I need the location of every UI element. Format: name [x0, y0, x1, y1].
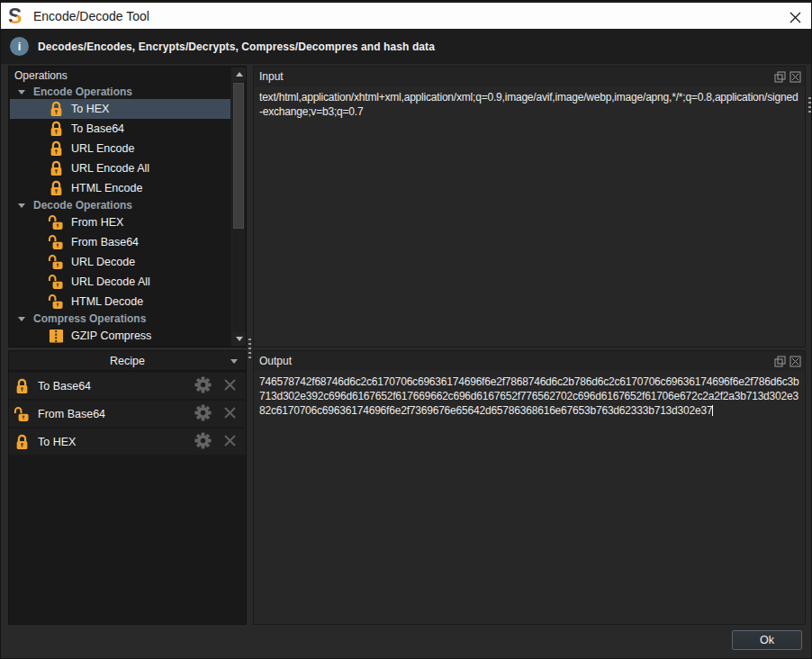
recipe-remove-button[interactable]	[221, 377, 239, 395]
scrollbar-thumb[interactable]	[233, 83, 244, 229]
remove-icon	[223, 406, 237, 423]
recipe-settings-button[interactable]	[194, 433, 212, 451]
tree-item-to-base64[interactable]: To Base64	[10, 119, 230, 139]
input-panel: Input text/html,application/xhtml+xml,ap…	[253, 66, 806, 348]
recipe-header[interactable]: Recipe	[9, 351, 246, 371]
close-icon	[789, 12, 801, 23]
recipe-remove-button[interactable]	[221, 433, 239, 451]
lock-open-icon	[48, 253, 64, 271]
recipe-panel: Recipe To Base64From Base64To HEX	[8, 350, 247, 625]
zip-icon	[48, 327, 64, 345]
tree-group-compress-operations[interactable]: Compress Operations	[10, 311, 230, 326]
tree-group-decode-operations[interactable]: Decode Operations	[10, 198, 230, 212]
window-close-button[interactable]	[786, 8, 804, 26]
operations-tree: Encode OperationsTo HEXTo Base64URL Enco…	[10, 85, 230, 346]
chevron-down-icon[interactable]	[230, 359, 238, 364]
recipe-item-label: To HEX	[38, 436, 76, 448]
tree-item-from-base64[interactable]: From Base64	[10, 232, 230, 252]
arrow-up-icon	[236, 72, 243, 77]
tree-item-label: To HEX	[71, 103, 109, 115]
recipe-settings-button[interactable]	[194, 377, 212, 395]
encode-decode-tool-window: S Encode/Decode Tool i Decodes/Encodes, …	[0, 0, 812, 659]
titlebar: S Encode/Decode Tool	[1, 1, 811, 29]
recipe-item-label: From Base64	[38, 408, 105, 420]
tree-item-html-encode[interactable]: HTML Encode	[10, 178, 230, 198]
splitter-handle[interactable]	[808, 97, 811, 113]
gear-icon	[194, 376, 212, 397]
recipe-list: To Base64From Base64To HEX	[9, 371, 246, 455]
arrow-down-icon	[236, 337, 243, 341]
clear-icon[interactable]	[789, 355, 801, 367]
description-banner: i Decodes/Encodes, Encrypts/Decrypts, Co…	[1, 29, 811, 64]
collapse-caret-icon[interactable]	[18, 90, 25, 95]
recipe-remove-button[interactable]	[221, 405, 239, 423]
lock-closed-icon	[48, 140, 64, 158]
tree-item-gzip-compress[interactable]: GZIP Compress	[10, 326, 230, 346]
tree-group-encode-operations[interactable]: Encode Operations	[10, 85, 230, 99]
output-textarea[interactable]: 746578742f68746d6c2c6170706c69636174696f…	[254, 371, 805, 624]
lock-open-icon	[48, 213, 64, 231]
recipe-item-from-base64[interactable]: From Base64	[9, 401, 246, 427]
tree-group-label: Encode Operations	[33, 86, 132, 98]
lock-closed-icon	[48, 120, 64, 138]
text-cursor	[712, 405, 713, 416]
collapse-caret-icon[interactable]	[18, 317, 25, 321]
operations-panel: Operations Encode OperationsTo HEXTo Bas…	[8, 66, 247, 348]
info-icon: i	[10, 37, 29, 56]
description-text: Decodes/Encodes, Encrypts/Decrypts, Comp…	[38, 41, 435, 53]
lock-open-icon	[48, 293, 64, 311]
tree-item-url-encode[interactable]: URL Encode	[10, 139, 230, 158]
tree-item-from-hex[interactable]: From HEX	[10, 212, 230, 232]
tree-item-url-decode[interactable]: URL Decode	[10, 252, 230, 272]
operations-scrollbar[interactable]	[231, 68, 245, 346]
lock-closed-icon	[48, 100, 64, 118]
input-header: Input	[254, 67, 805, 86]
input-title: Input	[259, 70, 284, 83]
lock-open-icon	[48, 233, 64, 251]
recipe-item-label: To Base64	[38, 380, 91, 393]
output-title: Output	[259, 355, 292, 367]
output-panel: Output 746578742f68746d6c2c6170706c69636…	[253, 350, 806, 625]
gear-icon	[194, 404, 212, 425]
tree-item-label: URL Encode All	[71, 162, 149, 175]
output-text: 746578742f68746d6c2c6170706c69636174696f…	[259, 375, 798, 417]
lock-closed-icon	[48, 179, 64, 197]
tree-item-label: From Base64	[71, 236, 139, 248]
tree-item-label: URL Decode	[71, 256, 135, 268]
recipe-settings-button[interactable]	[194, 405, 212, 423]
tree-item-to-hex[interactable]: To HEX	[10, 99, 230, 119]
clear-icon[interactable]	[789, 70, 801, 83]
splitter-handle[interactable]	[248, 339, 251, 360]
scroll-up-button[interactable]	[232, 68, 246, 81]
recipe-item-to-base64[interactable]: To Base64	[9, 373, 246, 399]
lock-closed-icon	[48, 159, 64, 177]
collapse-caret-icon[interactable]	[18, 203, 25, 208]
gear-icon	[194, 432, 212, 453]
tree-item-label: GZIP Compress	[71, 330, 151, 342]
tree-item-label: HTML Encode	[71, 182, 142, 194]
lock-closed-icon	[14, 377, 30, 395]
lock-closed-icon	[14, 433, 30, 451]
remove-icon	[223, 378, 237, 395]
tree-item-html-decode[interactable]: HTML Decode	[10, 292, 230, 311]
tree-item-label: URL Encode	[71, 142, 134, 155]
lock-open-icon	[48, 273, 64, 291]
tree-group-label: Compress Operations	[33, 312, 146, 325]
recipe-title: Recipe	[110, 355, 145, 367]
input-textarea[interactable]: text/html,application/xhtml+xml,applicat…	[254, 86, 805, 347]
tree-item-url-decode-all[interactable]: URL Decode All	[10, 272, 230, 292]
popout-icon[interactable]	[773, 355, 786, 367]
ok-button[interactable]: Ok	[732, 630, 802, 650]
tree-item-url-encode-all[interactable]: URL Encode All	[10, 158, 230, 178]
recipe-item-to-hex[interactable]: To HEX	[9, 429, 246, 455]
output-header: Output	[254, 351, 805, 371]
popout-icon[interactable]	[773, 70, 786, 83]
window-title: Encode/Decode Tool	[33, 9, 149, 23]
tree-item-label: To Base64	[71, 122, 124, 135]
lock-open-icon	[14, 405, 30, 423]
tree-item-label: HTML Decode	[71, 295, 143, 308]
remove-icon	[223, 434, 237, 451]
tree-item-label: URL Decode All	[71, 275, 150, 288]
scroll-down-button[interactable]	[232, 332, 246, 346]
app-logo-icon: S	[8, 5, 28, 27]
